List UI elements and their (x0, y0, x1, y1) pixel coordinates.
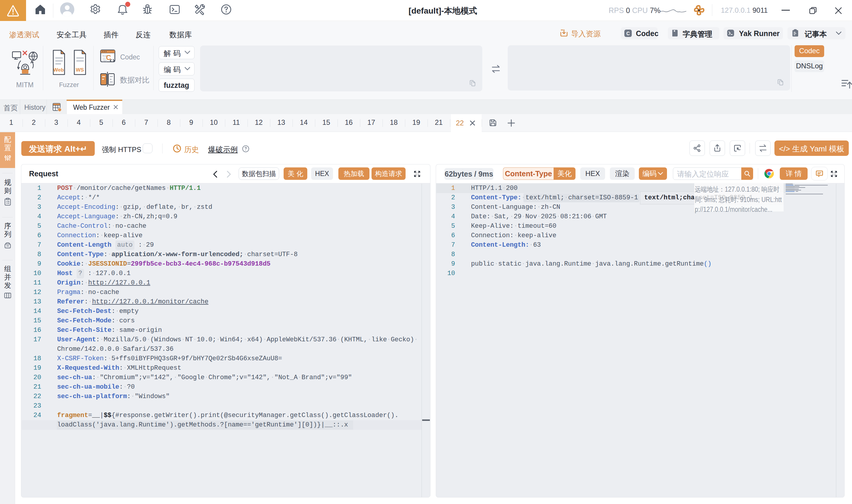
svg-text:C: C (626, 31, 630, 36)
svg-text:Web: Web (53, 67, 64, 73)
svg-text:WS: WS (76, 67, 84, 73)
